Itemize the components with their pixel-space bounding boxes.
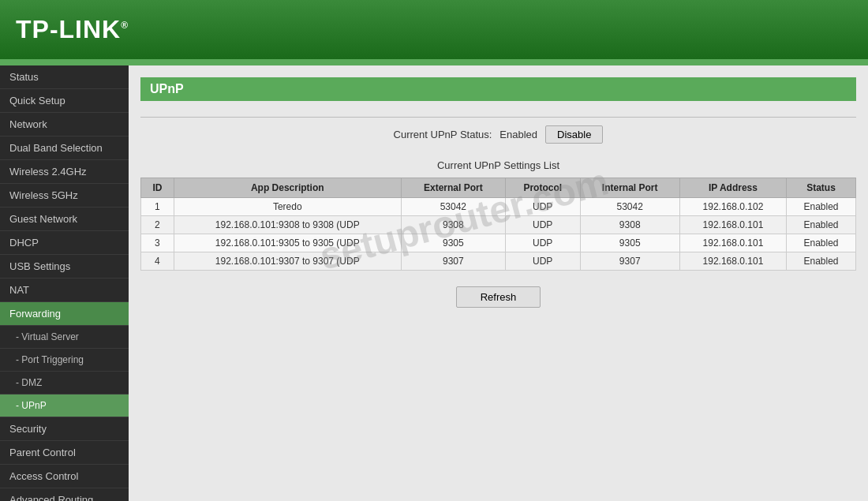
table-cell: Enabled	[786, 252, 855, 271]
table-cell: 9305	[580, 234, 679, 252]
sidebar-item-port-triggering[interactable]: - Port Triggering	[0, 349, 129, 372]
table-cell: Enabled	[786, 198, 855, 216]
table-cell: 53042	[401, 198, 505, 216]
table-row: 4192.168.0.101:9307 to 9307 (UDP9307UDP9…	[141, 252, 856, 271]
sidebar-item-wireless-5[interactable]: Wireless 5GHz	[0, 184, 129, 208]
upnp-table-section: Current UPnP Settings List IDApp Descrip…	[140, 159, 856, 271]
table-cell: 9305	[401, 234, 505, 252]
table-cell: 53042	[580, 198, 679, 216]
sidebar-item-wireless-24[interactable]: Wireless 2.4GHz	[0, 160, 129, 184]
sidebar-item-forwarding[interactable]: Forwarding	[0, 302, 129, 326]
disable-button[interactable]: Disable	[545, 125, 603, 144]
table-cell: 2	[141, 216, 174, 234]
content-area: UPnP Current UPnP Status: Enabled Disabl…	[129, 65, 868, 501]
table-cell: 9308	[580, 216, 679, 234]
col-header-app-description: App Description	[174, 178, 401, 198]
refresh-button[interactable]: Refresh	[456, 286, 541, 308]
table-cell: 192.168.0.101:9308 to 9308 (UDP	[174, 216, 401, 234]
table-title: Current UPnP Settings List	[140, 159, 856, 171]
page-title: UPnP	[140, 77, 856, 101]
col-header-ip-address: IP Address	[679, 178, 786, 198]
sidebar-item-status[interactable]: Status	[0, 65, 129, 89]
logo: TP-LINK®	[16, 15, 129, 44]
sidebar: StatusQuick SetupNetworkDual Band Select…	[0, 65, 129, 501]
table-cell: 4	[141, 252, 174, 271]
divider-top	[140, 117, 856, 118]
status-line: Current UPnP Status: Enabled Disable	[140, 125, 856, 144]
table-cell: 1	[141, 198, 174, 216]
table-cell: UDP	[505, 252, 580, 271]
green-bar	[0, 59, 868, 65]
table-body: 1Teredo53042UDP53042192.168.0.102Enabled…	[141, 198, 856, 271]
table-header: IDApp DescriptionExternal PortProtocolIn…	[141, 178, 856, 198]
table-cell: 192.168.0.101	[679, 252, 786, 271]
table-cell: 9308	[401, 216, 505, 234]
status-label: Current UPnP Status:	[394, 129, 492, 140]
sidebar-item-quick-setup[interactable]: Quick Setup	[0, 89, 129, 113]
sidebar-item-parent-control[interactable]: Parent Control	[0, 441, 129, 465]
sidebar-item-security[interactable]: Security	[0, 417, 129, 441]
table-cell: 192.168.0.101	[679, 234, 786, 252]
table-cell: Enabled	[786, 216, 855, 234]
sidebar-item-nat[interactable]: NAT	[0, 279, 129, 302]
col-header-internal-port: Internal Port	[580, 178, 679, 198]
table-cell: Enabled	[786, 234, 855, 252]
col-header-protocol: Protocol	[505, 178, 580, 198]
table-cell: 9307	[401, 252, 505, 271]
sidebar-item-usb-settings[interactable]: USB Settings	[0, 255, 129, 279]
sidebar-item-guest-network[interactable]: Guest Network	[0, 208, 129, 231]
sidebar-item-dhcp[interactable]: DHCP	[0, 231, 129, 255]
table-cell: UDP	[505, 198, 580, 216]
sidebar-item-advanced-routing[interactable]: Advanced Routing	[0, 488, 129, 501]
upnp-settings-table: IDApp DescriptionExternal PortProtocolIn…	[140, 178, 856, 271]
col-header-id: ID	[141, 178, 174, 198]
table-cell: UDP	[505, 234, 580, 252]
table-cell: 192.168.0.101	[679, 216, 786, 234]
table-cell: 192.168.0.102	[679, 198, 786, 216]
sidebar-item-dual-band[interactable]: Dual Band Selection	[0, 136, 129, 160]
table-cell: UDP	[505, 216, 580, 234]
table-row: 2192.168.0.101:9308 to 9308 (UDP9308UDP9…	[141, 216, 856, 234]
table-cell: 192.168.0.101:9307 to 9307 (UDP	[174, 252, 401, 271]
table-header-row: IDApp DescriptionExternal PortProtocolIn…	[141, 178, 856, 198]
table-cell: 192.168.0.101:9305 to 9305 (UDP	[174, 234, 401, 252]
table-cell: 3	[141, 234, 174, 252]
sidebar-item-network[interactable]: Network	[0, 113, 129, 136]
logo-trademark: ®	[121, 20, 129, 31]
status-value: Enabled	[499, 129, 537, 140]
col-header-external-port: External Port	[401, 178, 505, 198]
sidebar-item-upnp[interactable]: - UPnP	[0, 394, 129, 417]
sidebar-item-access-control[interactable]: Access Control	[0, 465, 129, 488]
sidebar-item-dmz[interactable]: - DMZ	[0, 372, 129, 394]
header: TP-LINK®	[0, 0, 868, 59]
table-cell: 9307	[580, 252, 679, 271]
sidebar-item-virtual-server[interactable]: - Virtual Server	[0, 326, 129, 349]
refresh-area: Refresh	[140, 286, 856, 308]
table-row: 1Teredo53042UDP53042192.168.0.102Enabled	[141, 198, 856, 216]
main-layout: StatusQuick SetupNetworkDual Band Select…	[0, 65, 868, 501]
table-cell: Teredo	[174, 198, 401, 216]
table-row: 3192.168.0.101:9305 to 9305 (UDP9305UDP9…	[141, 234, 856, 252]
col-header-status: Status	[786, 178, 855, 198]
